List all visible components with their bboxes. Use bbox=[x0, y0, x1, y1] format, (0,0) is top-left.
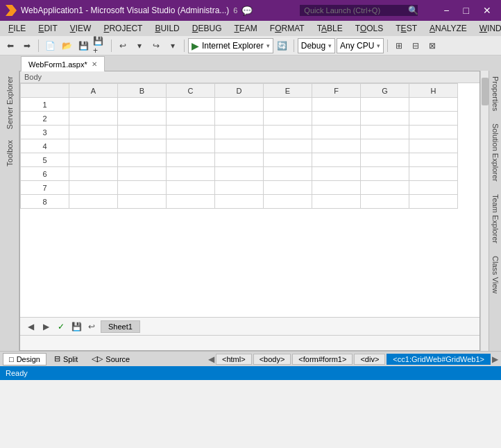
menu-tools[interactable]: TOOLS bbox=[350, 22, 389, 35]
back-button[interactable]: ⬅ bbox=[3, 38, 18, 53]
cell-h8[interactable] bbox=[409, 195, 458, 209]
cell-a2[interactable] bbox=[69, 112, 118, 126]
close-button[interactable]: ✕ bbox=[479, 0, 495, 21]
redo-dropdown[interactable]: ▾ bbox=[165, 38, 180, 53]
cell-f6[interactable] bbox=[312, 167, 361, 181]
cell-d8[interactable] bbox=[215, 195, 264, 209]
split-view-button[interactable]: ⊟ Split bbox=[48, 352, 84, 365]
path-div[interactable]: <div> bbox=[354, 354, 385, 365]
server-explorer-label[interactable]: Server Explorer bbox=[4, 71, 15, 135]
source-view-button[interactable]: ◁▷ Source bbox=[85, 352, 136, 365]
path-next-arrow[interactable]: ▶ bbox=[492, 354, 498, 364]
cell-g6[interactable] bbox=[361, 167, 409, 181]
cell-b5[interactable] bbox=[118, 153, 167, 167]
grid-next-button[interactable]: ▶ bbox=[40, 320, 52, 333]
grid-undo-button[interactable]: ↩ bbox=[85, 320, 98, 333]
menu-analyze[interactable]: ANALYZE bbox=[424, 22, 473, 35]
cell-c4[interactable] bbox=[167, 139, 215, 153]
cell-b7[interactable] bbox=[118, 181, 167, 195]
properties-label[interactable]: Properties bbox=[490, 71, 501, 117]
cell-f3[interactable] bbox=[312, 126, 361, 139]
cpu-dropdown[interactable]: Any CPU ▾ bbox=[337, 38, 384, 53]
layout-button[interactable]: ⊞ bbox=[391, 38, 407, 53]
class-view-label[interactable]: Class View bbox=[490, 250, 501, 299]
cell-b8[interactable] bbox=[118, 195, 167, 209]
comment-icon[interactable]: 💬 bbox=[241, 6, 253, 16]
cell-c8[interactable] bbox=[167, 195, 215, 209]
cell-a4[interactable] bbox=[69, 139, 118, 153]
cell-c1[interactable] bbox=[167, 98, 215, 112]
cell-a1[interactable] bbox=[69, 98, 118, 112]
cell-c3[interactable] bbox=[167, 126, 215, 139]
menu-file[interactable]: FILE bbox=[3, 22, 31, 35]
cell-f5[interactable] bbox=[312, 153, 361, 167]
cell-h1[interactable] bbox=[409, 98, 458, 112]
cell-b3[interactable] bbox=[118, 126, 167, 139]
cell-e4[interactable] bbox=[264, 139, 312, 153]
cell-d7[interactable] bbox=[215, 181, 264, 195]
solution-explorer-label[interactable]: Solution Explorer bbox=[490, 118, 501, 187]
cell-d2[interactable] bbox=[215, 112, 264, 126]
spreadsheet-container[interactable]: A B C D E F G H 1 bbox=[20, 83, 479, 317]
cell-g5[interactable] bbox=[361, 153, 409, 167]
menu-test[interactable]: TEST bbox=[390, 22, 423, 35]
forward-button[interactable]: ➡ bbox=[19, 38, 35, 53]
menu-debug[interactable]: DEBUG bbox=[187, 22, 228, 35]
grid-check-button[interactable]: ✓ bbox=[55, 320, 67, 333]
menu-table[interactable]: TABLE bbox=[312, 22, 348, 35]
cell-c7[interactable] bbox=[167, 181, 215, 195]
cell-a6[interactable] bbox=[69, 167, 118, 181]
cell-f7[interactable] bbox=[312, 181, 361, 195]
tab-close-button[interactable]: ✕ bbox=[92, 60, 97, 68]
cell-e2[interactable] bbox=[264, 112, 312, 126]
cell-d4[interactable] bbox=[215, 139, 264, 153]
cell-e5[interactable] bbox=[264, 153, 312, 167]
cell-h6[interactable] bbox=[409, 167, 458, 181]
cell-g7[interactable] bbox=[361, 181, 409, 195]
cell-e6[interactable] bbox=[264, 167, 312, 181]
menu-project[interactable]: PROJECT bbox=[98, 22, 148, 35]
cell-f2[interactable] bbox=[312, 112, 361, 126]
browser-dropdown[interactable]: ▶ Internet Explorer ▾ bbox=[188, 38, 273, 53]
formula-input[interactable] bbox=[23, 339, 477, 347]
cell-g2[interactable] bbox=[361, 112, 409, 126]
sheet1-tab[interactable]: Sheet1 bbox=[101, 320, 140, 333]
toolbox-label[interactable]: Toolbox bbox=[4, 135, 15, 172]
cell-a5[interactable] bbox=[69, 153, 118, 167]
cell-g3[interactable] bbox=[361, 126, 409, 139]
menu-format[interactable]: FORMAT bbox=[264, 22, 310, 35]
cell-b2[interactable] bbox=[118, 112, 167, 126]
cell-h5[interactable] bbox=[409, 153, 458, 167]
design-view-button[interactable]: □ Design bbox=[3, 353, 46, 365]
grid-save-button[interactable]: 💾 bbox=[70, 320, 83, 333]
path-prev-arrow[interactable]: ◀ bbox=[208, 354, 214, 364]
quick-launch-input[interactable] bbox=[300, 5, 418, 16]
cell-e8[interactable] bbox=[264, 195, 312, 209]
vertical-scrollbar[interactable] bbox=[480, 71, 489, 351]
new-file-button[interactable]: 📄 bbox=[42, 38, 58, 53]
cell-d1[interactable] bbox=[215, 98, 264, 112]
cell-c2[interactable] bbox=[167, 112, 215, 126]
path-form[interactable]: <form#form1> bbox=[292, 354, 353, 365]
minimize-button[interactable]: − bbox=[439, 0, 453, 21]
menu-window[interactable]: WINDOW bbox=[474, 22, 501, 35]
redo-button[interactable]: ↪ bbox=[148, 38, 164, 53]
grid-prev-button[interactable]: ◀ bbox=[24, 320, 37, 333]
undo-dropdown[interactable]: ▾ bbox=[132, 38, 147, 53]
cell-b6[interactable] bbox=[118, 167, 167, 181]
cell-e7[interactable] bbox=[264, 181, 312, 195]
cell-f1[interactable] bbox=[312, 98, 361, 112]
cell-a8[interactable] bbox=[69, 195, 118, 209]
cell-a7[interactable] bbox=[69, 181, 118, 195]
cell-h7[interactable] bbox=[409, 181, 458, 195]
cell-d5[interactable] bbox=[215, 153, 264, 167]
cell-c5[interactable] bbox=[167, 153, 215, 167]
cell-e1[interactable] bbox=[264, 98, 312, 112]
layout2-button[interactable]: ⊟ bbox=[408, 38, 423, 53]
menu-build[interactable]: BUILD bbox=[149, 22, 185, 35]
cell-a3[interactable] bbox=[69, 126, 118, 139]
cell-h4[interactable] bbox=[409, 139, 458, 153]
layout3-button[interactable]: ⊠ bbox=[425, 38, 440, 53]
menu-team[interactable]: TEAM bbox=[228, 22, 262, 35]
cell-b1[interactable] bbox=[118, 98, 167, 112]
